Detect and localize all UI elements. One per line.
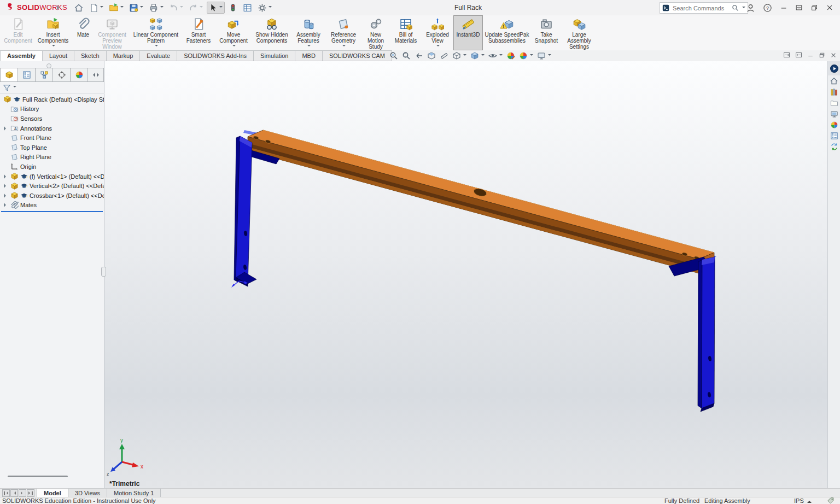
tree-item-crossbar-1[interactable]: Crossbar<1> (Default) <<Defa <box>0 191 104 201</box>
show-hidden-components-button[interactable]: Show Hidden Components <box>252 15 291 50</box>
tab-assembly[interactable]: Assembly <box>0 50 43 61</box>
rollback-bar[interactable] <box>1 211 103 212</box>
undo-button[interactable] <box>167 2 185 14</box>
insert-components-button[interactable]: Insert Components <box>34 15 72 50</box>
restore-button[interactable] <box>809 3 819 13</box>
solidworks-forum-icon[interactable] <box>828 141 840 152</box>
zoom-to-area-icon[interactable] <box>402 51 411 60</box>
view-palette-icon[interactable] <box>828 108 840 119</box>
tab-solidworks-cam[interactable]: SOLIDWORKS CAM <box>323 50 392 61</box>
bill-of-materials-button[interactable]: Bill of Materials <box>390 15 422 50</box>
tree-horizontal-scrollbar[interactable] <box>8 476 68 477</box>
select-tool-button[interactable] <box>207 2 225 14</box>
panel-splitter-handle-right[interactable] <box>101 267 106 277</box>
maximize-button[interactable] <box>794 3 804 13</box>
expand-icon[interactable] <box>4 184 8 188</box>
tree-root[interactable]: Full Rack (Default) <Display State- <box>0 95 104 104</box>
tab-dimxpert-manager[interactable] <box>53 68 71 82</box>
filter-dropdown-icon[interactable] <box>13 86 16 89</box>
expand-icon[interactable] <box>4 203 8 207</box>
file-explorer-icon[interactable] <box>828 97 840 108</box>
hide-show-items-icon[interactable] <box>488 51 503 60</box>
crossbar-part[interactable] <box>248 130 714 273</box>
tree-item-vertical-2[interactable]: Vertical<2> (Default) <<Defau <box>0 181 104 191</box>
solidworks-resources-icon[interactable] <box>828 75 840 86</box>
print-button[interactable] <box>147 2 165 14</box>
tab-solidworks-add-ins[interactable]: SOLIDWORKS Add-Ins <box>177 50 254 61</box>
tree-item-sensors[interactable]: Sensors <box>0 114 104 124</box>
tab-3d-views[interactable]: 3D Views <box>68 489 107 497</box>
search-input[interactable] <box>672 4 730 12</box>
open-button[interactable] <box>107 2 125 14</box>
tab-property-manager[interactable] <box>18 68 36 82</box>
next-tab-button[interactable] <box>19 489 26 497</box>
custom-properties-icon[interactable] <box>828 130 840 141</box>
doc-restore-icon[interactable] <box>819 52 825 58</box>
previous-view-icon[interactable] <box>415 51 423 60</box>
tab-sketch[interactable]: Sketch <box>74 50 107 61</box>
large-assembly-settings-button[interactable]: Large Assembly Settings <box>562 15 597 50</box>
tags-icon[interactable] <box>827 497 835 504</box>
minimize-button[interactable] <box>779 3 789 13</box>
edit-appearance-icon[interactable] <box>506 51 515 60</box>
exploded-view-button[interactable]: Exploded View <box>422 15 453 50</box>
save-button[interactable] <box>127 2 145 14</box>
tab-model[interactable]: Model <box>37 489 68 497</box>
tree-item-front-plane[interactable]: Front Plane <box>0 133 104 143</box>
component-preview-window-button[interactable]: Component Preview Window <box>95 15 130 50</box>
tree-item-origin[interactable]: Origin <box>0 162 104 172</box>
first-tab-button[interactable] <box>2 489 10 497</box>
unit-system-selector[interactable]: IPS <box>794 497 812 504</box>
pane-right-icon[interactable] <box>795 51 802 58</box>
tab-evaluate[interactable]: Evaluate <box>140 50 177 61</box>
scroll-left-icon[interactable] <box>91 73 95 77</box>
design-library-icon[interactable] <box>828 86 840 97</box>
search-commands-box[interactable] <box>660 2 748 14</box>
edit-component-button[interactable]: Edit Component <box>2 15 34 50</box>
apply-scene-icon[interactable] <box>519 51 533 60</box>
new-document-button[interactable] <box>88 2 105 14</box>
assembly-features-button[interactable]: Assembly Features <box>291 15 325 50</box>
tree-item-vertical-1[interactable]: (f) Vertical<1> (Default) <<De <box>0 172 104 181</box>
take-snapshot-button[interactable]: Take Snapshot <box>531 15 562 50</box>
scroll-right-icon[interactable] <box>97 73 101 77</box>
pane-left-icon[interactable] <box>783 51 790 58</box>
user-account-icon[interactable] <box>745 2 756 14</box>
tree-item-annotations[interactable]: A Annotations <box>0 124 104 133</box>
vertical2-part[interactable] <box>669 257 715 412</box>
tab-markup[interactable]: Markup <box>107 50 141 61</box>
tree-item-top-plane[interactable]: Top Plane <box>0 143 104 153</box>
tree-item-right-plane[interactable]: Right Plane <box>0 153 104 162</box>
smart-fasteners-button[interactable]: Smart Fasteners <box>182 15 215 50</box>
redo-button[interactable] <box>187 2 205 14</box>
menu-flyout-arrow-icon[interactable] <box>57 5 62 10</box>
tree-item-history[interactable]: History <box>0 104 104 114</box>
tab-configuration-manager[interactable] <box>36 68 53 82</box>
tab-display-manager[interactable] <box>71 68 88 82</box>
tab-featuremanager-design-tree[interactable] <box>0 68 18 82</box>
mate-button[interactable]: Mate <box>72 15 95 50</box>
tab-simulation[interactable]: Simulation <box>254 50 295 61</box>
search-icon[interactable] <box>732 4 739 11</box>
move-component-button[interactable]: Move Component <box>215 15 252 50</box>
tab-motion-study-1[interactable]: Motion Study 1 <box>107 489 161 497</box>
view-settings-icon[interactable] <box>537 51 551 60</box>
options-button[interactable] <box>256 2 273 14</box>
expand-icon[interactable] <box>4 194 8 198</box>
instant3d-button[interactable]: Instant3D <box>453 15 483 50</box>
measure-icon[interactable] <box>440 51 448 60</box>
prev-tab-button[interactable] <box>10 489 18 497</box>
expand-icon[interactable] <box>4 174 8 179</box>
display-style-icon[interactable] <box>470 51 485 60</box>
expand-icon[interactable] <box>4 126 8 131</box>
last-tab-button[interactable] <box>27 489 34 497</box>
appearances-scenes-icon[interactable] <box>828 119 840 130</box>
tree-item-mates[interactable]: Mates <box>0 201 104 210</box>
tab-layout[interactable]: Layout <box>43 50 74 61</box>
graphics-viewport[interactable]: y x z *Trimetric <box>104 61 828 488</box>
properties-list-icon[interactable] <box>241 2 254 14</box>
view-orientation-icon[interactable] <box>452 51 466 60</box>
doc-minimize-icon[interactable] <box>807 52 814 58</box>
marketplace-icon[interactable] <box>828 61 840 75</box>
zoom-to-fit-icon[interactable] <box>389 51 398 60</box>
